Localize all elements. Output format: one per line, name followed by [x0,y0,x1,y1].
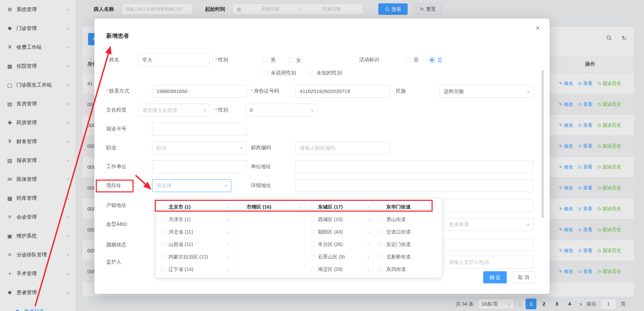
chevron-right-icon: › [228,254,229,260]
gender-female-radio[interactable]: 女 [288,57,301,63]
cascader-option-label: 安定门街道 [386,241,411,248]
add-patient-modal: 新增患者 × *姓名 牢大 *性别 男 女 活动标识 否 是 未说明性别 未知的… [94,19,550,294]
cascader-option-label: 山西省 (11) [169,241,193,248]
cascader-column-1: 北京市 (1)›天津市 (1)›河北省 (11)›山西省 (11)›内蒙古自治区… [156,201,234,278]
cascader-option-label: 交道口街道 [386,229,411,235]
gender-unspecified-radio[interactable]: 未说明性别 [263,70,296,76]
radio-icon [310,267,315,272]
cascader-option[interactable]: 海淀区 (29)› [305,263,373,276]
cascader-option-label: 东四街道 [386,266,406,273]
detail-address-input[interactable] [295,179,533,192]
active-flag-yes-radio[interactable]: 是 [429,57,442,63]
cascader-option[interactable]: 丰台区 (26)› [305,238,373,251]
blood-type-label: 血型ABO [106,221,127,227]
gender-select[interactable]: 0∨ [245,104,318,117]
modal-scrollbar[interactable] [541,70,544,218]
contact-input[interactable]: 19880991650 [152,85,247,98]
postal-code-label: 邮政编码 [251,144,271,151]
chevron-down-icon: ∨ [239,142,243,154]
current-address-select[interactable]: 请选择∧ [152,179,231,192]
radio-icon [309,70,314,75]
radio-icon [378,254,383,259]
annotation-box-current-address [96,180,134,192]
required-asterisk: * [215,57,217,62]
radio-icon [160,267,166,272]
cascader-option[interactable]: 朝阳区 (43)› [305,226,373,238]
cascader-option[interactable]: 北新桥街道 [373,251,442,263]
confirm-button[interactable]: 确 定 [483,271,507,283]
radio-icon [405,57,411,63]
ethnicity-select[interactable]: 达斡尔族∨ [439,85,534,98]
close-icon[interactable]: × [535,24,540,32]
detail-address-label: 详细地址 [251,182,271,189]
id-number-label: *身份证号码 [251,88,279,94]
cascader-option-label: 天津市 (1) [169,216,191,223]
chevron-right-icon: › [367,217,369,222]
visit-card-label: 就诊卡号 [106,125,126,132]
gender-select-label: *性别 [215,106,228,113]
name-input[interactable]: 牢大 [138,54,210,66]
active-flag-label: 活动标识 [359,56,379,63]
cascader-option-label: 北新桥街道 [386,254,411,260]
visit-card-input[interactable] [152,123,247,135]
radio-icon [160,229,166,235]
cascader-option-label: 朝阳区 (43) [318,229,343,235]
radio-icon [263,70,268,75]
chevron-down-icon: ∨ [526,85,530,98]
cascader-option-label: 西城区 (15) [318,216,343,223]
work-unit-input[interactable] [152,160,247,173]
cascader-option[interactable]: 天津市 (1)› [156,213,233,226]
radio-icon [263,57,268,63]
id-number-input[interactable]: 411625192602039719 [295,85,390,98]
cascader-column-4: 东华门街道景山街道交道口街道安定门街道北新桥街道东四街道 [373,201,442,278]
postal-code-input[interactable]: 请输入邮政编码 [295,142,390,154]
cascader-option[interactable]: 景山街道 [373,213,442,226]
radio-icon [310,229,315,235]
occupation-label: 职业 [106,144,116,151]
work-unit-label: 工作单位 [106,163,126,170]
cascader-option[interactable]: 交道口街道 [373,226,442,238]
guardian-label: 监护人 [106,258,121,265]
chevron-down-icon: ∨ [310,104,314,117]
active-flag-no-radio[interactable]: 否 [405,57,418,63]
radio-icon [310,217,315,222]
cascader-option[interactable]: 河北省 (11)› [156,226,233,238]
cascader-option-label: 石景山区 (9) [318,254,345,260]
occupation-select[interactable]: 职业∨ [152,142,247,154]
cancel-button[interactable]: 取 消 [512,271,535,283]
cascader-option[interactable]: 安定门街道 [373,238,442,251]
cascader-option[interactable]: 山西省 (11)› [156,238,233,251]
gender-male-radio[interactable]: 男 [263,57,276,63]
radio-icon [310,242,315,247]
required-asterisk: * [215,107,217,113]
education-select[interactable]: 请选择文化程度∨ [138,104,210,117]
chevron-up-icon: ∧ [224,180,228,192]
cascader-option-label: 海淀区 (29) [318,266,343,273]
chevron-right-icon: › [367,267,369,272]
unit-address-input[interactable] [295,160,533,173]
radio-icon [378,229,383,235]
gender-label: *性别 [215,56,228,63]
guardian-phone-input[interactable]: 请输入监护人电话 [444,256,533,269]
cascader-option[interactable]: 辽宁省 (14)› [156,263,233,276]
gender-unknown-radio[interactable]: 未知的性别 [309,70,342,76]
chevron-right-icon: › [367,229,369,235]
chevron-down-icon: ∨ [526,218,530,231]
cascader-option[interactable]: 石景山区 (9)› [305,251,373,263]
radio-icon [160,254,166,259]
household-address-input[interactable] [444,199,533,212]
cascader-option-label: 河北省 (11) [169,229,193,235]
cascader-option[interactable]: 西城区 (15)› [305,213,373,226]
chevron-right-icon: › [367,254,369,260]
radio-icon [378,242,383,247]
cascader-option[interactable]: 东四街道 [373,263,442,276]
required-asterisk: * [106,57,108,62]
chevron-right-icon: › [228,242,229,247]
patient-source-select[interactable]: 患者来源∨ [444,218,533,231]
app-screen: ⚙系统管理∨☻门诊管理∨¥收费工作站∨▦住院管理∨▢门诊医生工作站∨▤库房管理∨… [0,0,644,311]
cascader-option[interactable]: 内蒙古自治区 (12)› [156,251,233,263]
cascader-option-label: 丰台区 (26) [318,241,343,248]
marital-status-input[interactable] [444,239,533,251]
unit-address-label: 单位地址 [251,163,271,170]
radio-icon [160,217,166,222]
